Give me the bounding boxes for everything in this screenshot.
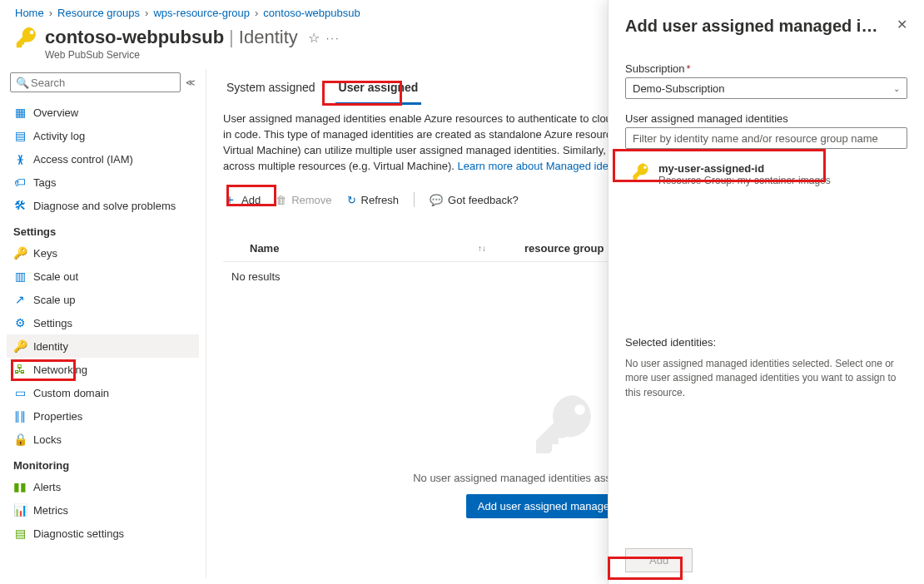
nav-alerts[interactable]: ▮▮Alerts (7, 475, 199, 498)
nav-group-settings: Settings (7, 217, 199, 241)
nav-tags[interactable]: 🏷Tags (7, 171, 199, 194)
identities-label: User assigned managed identities (625, 112, 907, 125)
plus-icon: ＋ (223, 191, 236, 209)
trash-icon: 🗑 (276, 194, 286, 206)
nav-locks[interactable]: 🔒Locks (7, 428, 199, 451)
col-name[interactable]: Name (223, 242, 440, 255)
panel-add-button: Add (625, 548, 693, 572)
feedback-button[interactable]: 💬Got feedback? (430, 194, 519, 206)
subscription-value: Demo-Subscription (633, 82, 725, 95)
chevron-down-icon: ⌄ (893, 84, 900, 93)
crumb-resource[interactable]: contoso-webpubsub (263, 7, 360, 19)
identity-name: my-user-assigned-id (658, 162, 831, 175)
sidebar-search[interactable]: 🔍 (10, 72, 181, 92)
tab-system-assigned[interactable]: System assigned (223, 76, 319, 105)
nav-scale-up[interactable]: ↗Scale up (7, 288, 199, 311)
subscription-label: Subscription* (625, 62, 907, 75)
selected-header: Selected identities: (625, 336, 907, 349)
refresh-icon: ↻ (347, 194, 356, 206)
svg-point-1 (574, 405, 585, 416)
identity-item[interactable]: my-user-assigned-id Resource Group: my-c… (625, 154, 907, 195)
crumb-group[interactable]: wps-resource-group (153, 7, 250, 19)
nav-group-monitoring: Monitoring (7, 451, 199, 475)
subscription-select[interactable]: Demo-Subscription ⌄ (625, 77, 907, 99)
nav-activity-log[interactable]: ▤Activity log (7, 124, 199, 147)
crumb-rg[interactable]: Resource groups (57, 7, 140, 19)
refresh-button[interactable]: ↻Refresh (347, 194, 400, 206)
sidebar: 🔍 ≪ ▦Overview ▤Activity log ᚕAccess cont… (0, 69, 206, 578)
col-resource-group[interactable]: resource group (524, 242, 604, 255)
favorite-icon[interactable]: ☆ (308, 30, 320, 46)
feedback-icon: 💬 (430, 194, 443, 206)
nav-diagnose[interactable]: 🛠Diagnose and solve problems (7, 194, 199, 217)
tab-user-assigned[interactable]: User assigned (335, 76, 422, 105)
nav-iam[interactable]: ᚕAccess control (IAM) (7, 147, 199, 171)
svg-point-0 (30, 31, 34, 35)
svg-point-2 (643, 166, 647, 169)
nav-diagnostic-settings[interactable]: ▤Diagnostic settings (7, 522, 199, 545)
nav-settings[interactable]: ⚙Settings (7, 311, 199, 334)
page-title: Identity (239, 27, 298, 48)
nav-custom-domain[interactable]: ▭Custom domain (7, 381, 199, 404)
search-icon: 🔍 (16, 77, 29, 89)
nav-identity[interactable]: 🔑Identity (7, 334, 199, 358)
identity-filter-input[interactable] (625, 127, 907, 149)
sort-icon[interactable]: ↑↓ (478, 244, 486, 253)
nav-metrics[interactable]: 📊Metrics (7, 498, 199, 522)
identity-subtitle: Resource Group: my-container-images (658, 175, 831, 186)
nav-properties[interactable]: ∥∥Properties (7, 404, 199, 428)
add-identity-panel: Add user assigned managed i… ✕ Subscript… (608, 0, 924, 584)
nav-keys[interactable]: 🔑Keys (7, 241, 199, 265)
selected-message: No user assigned managed identities sele… (625, 357, 907, 400)
identity-key-icon (632, 162, 650, 181)
resource-icon (15, 26, 38, 49)
crumb-home[interactable]: Home (15, 7, 44, 19)
more-icon[interactable]: ··· (326, 32, 340, 44)
remove-button: 🗑Remove (276, 194, 331, 206)
nav-overview[interactable]: ▦Overview (7, 101, 199, 124)
nav-networking[interactable]: 🖧Networking (7, 358, 199, 381)
collapse-icon[interactable]: ≪ (186, 77, 196, 88)
panel-title: Add user assigned managed i… (625, 17, 877, 36)
search-input[interactable] (29, 76, 175, 90)
add-button[interactable]: ＋Add (223, 191, 261, 209)
nav-scale-out[interactable]: ▥Scale out (7, 265, 199, 288)
close-icon[interactable]: ✕ (897, 17, 907, 32)
resource-name: contoso-webpubsub (45, 27, 224, 48)
